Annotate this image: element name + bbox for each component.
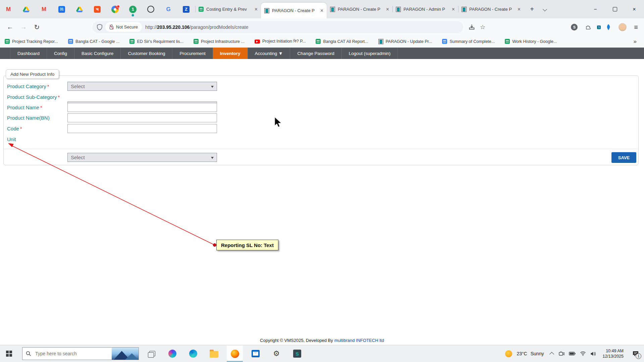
bookmark-summary-complete[interactable]: Summary of Complete... [442,39,495,44]
code-input[interactable] [67,124,217,133]
weather-widget[interactable]: 23°CSunny [517,351,544,356]
address-bar[interactable]: Not Secure http://203.95.220.106/paragon… [93,21,463,33]
tab-paragon-create-3[interactable]: PARAGON - Create P × [458,0,524,18]
tab-title: Costing Entry & Prev [206,7,253,12]
meet-now-camera-icon[interactable] [558,351,565,356]
save-button[interactable]: SAVE [611,152,636,163]
nav-accounting[interactable]: Accounting ▼ [248,48,290,59]
label-text: Code [7,126,19,131]
form-row-product-name-bn: Product Name(BN) [7,113,67,122]
forward-button[interactable]: → [17,21,30,33]
tab-costing-entry[interactable]: Costing Entry & Prev × [195,0,261,18]
field-label: Product Name(BN) [7,115,67,121]
taskbar-edge[interactable] [185,346,201,362]
nav-config[interactable]: Config [47,48,74,59]
taskbar-clock[interactable]: 10:49 AM12/13/2025 [602,348,624,359]
product-name-bn-input[interactable] [67,113,217,122]
close-icon[interactable]: × [452,7,455,12]
photos-pinwheel-icon [111,6,119,13]
taskbar-s-app[interactable]: S [289,346,305,362]
pinned-tab-drive-2[interactable] [75,5,84,14]
firefox-icon [231,350,239,358]
close-icon[interactable]: × [518,7,521,12]
taskbar-copilot[interactable] [164,346,180,362]
product-category-select[interactable]: Select [67,82,217,91]
pinned-tab-photos[interactable] [111,5,119,14]
bookmark-star-icon[interactable]: ☆ [480,24,485,30]
bookmark-bangla-cat-all[interactable]: Bangla CAT All Report... [316,39,368,44]
tracking-shield-icon[interactable] [97,24,103,31]
taskbar-outlook[interactable] [248,346,264,362]
bookmark-project-tracking[interactable]: Project Tracking Repor... [5,39,58,44]
label-text: Product Category [7,83,46,89]
pinned-tab-gmail-2[interactable]: M [40,5,48,14]
new-tab-button[interactable]: + [527,5,537,13]
nav-change-password[interactable]: Change Password [290,48,341,59]
taskbar-file-explorer[interactable] [206,346,222,362]
bookmark-bangla-cat[interactable]: Bangla CAT - Google ... [68,39,120,44]
wifi-icon[interactable] [580,351,586,356]
profile-avatar[interactable] [619,23,627,31]
pinned-tab-zotero[interactable]: Z [182,5,191,14]
close-icon[interactable]: × [386,7,389,12]
minimize-button[interactable]: − [586,0,605,18]
footer-link[interactable]: multibrand INFOTECH ltd [334,338,384,343]
pinned-tab-drive[interactable] [22,5,31,14]
tray-expand-chevron-icon[interactable] [549,352,554,357]
save-page-icon[interactable] [469,24,475,30]
reload-button[interactable]: ↻ [30,21,44,33]
taskbar-apps: ⚙ S [164,346,305,362]
taskbar-search[interactable] [22,347,139,360]
tab-list-chevron-icon[interactable] [543,8,547,11]
task-view-button[interactable] [144,345,160,362]
nav-procurement[interactable]: Procurement [172,48,213,59]
tab-paragon-admin[interactable]: PARAGON - Admin P × [392,0,458,18]
search-highlight-image[interactable] [112,348,139,360]
volume-icon[interactable] [590,351,597,356]
maximize-button[interactable] [605,0,625,18]
taskbar-settings[interactable]: ⚙ [268,346,284,362]
back-button[interactable]: ← [3,21,17,33]
taskbar-firefox[interactable] [227,346,243,362]
extension-puzzle-icon[interactable] [585,24,591,30]
product-name-input[interactable] [67,103,217,112]
nav-basic-configure[interactable]: Basic Configure [74,48,121,59]
close-window-button[interactable]: × [625,0,644,18]
bookmarks-overflow-chevron[interactable]: » [634,38,639,45]
pinned-tab-bangla-app[interactable]: অ [93,5,102,14]
close-icon[interactable]: × [320,8,323,13]
pinned-tab-calendar[interactable]: 31 [57,5,66,14]
bookmark-project-infrastructure[interactable]: Project Infrastructure ... [194,39,245,44]
battery-icon[interactable] [569,352,576,356]
extension-s-icon[interactable]: S [571,24,578,31]
pinned-tab-google[interactable]: G [164,5,173,14]
sheets-icon [129,39,135,44]
close-icon[interactable]: × [255,7,258,12]
nav-logout[interactable]: Logout (superadmin) [342,48,398,59]
weather-sun-icon[interactable] [505,350,512,357]
notification-center-button[interactable]: 1 [631,351,641,357]
nav-customer-booking[interactable]: Customer Booking [121,48,172,59]
field-label: Code* [7,126,67,131]
task-view-icon [149,351,155,356]
tab-paragon-create-2[interactable]: PARAGON - Create P × [327,0,392,18]
bookmark-work-history[interactable]: Work History - Google... [505,39,557,44]
menu-icon[interactable]: ≡ [634,24,638,31]
nav-inventory[interactable]: Inventory [213,48,248,59]
pinned-tab-chatgpt[interactable] [146,5,155,14]
start-button[interactable] [0,345,18,362]
chevron-down-icon [211,86,214,88]
bookmark-project-initiation[interactable]: Project Initiation কি? P... [255,39,306,44]
search-input[interactable] [35,351,112,357]
blue-quill-icon[interactable] [606,24,611,31]
not-secure-chip[interactable]: Not Secure [105,22,142,32]
nav-dashboard[interactable]: Dashboard [10,48,47,59]
select-value: Select [71,155,85,160]
pinned-tab-green-one[interactable]: 1 [128,5,137,14]
pinned-tab-gmail[interactable]: M [4,5,13,14]
tab-paragon-create-active[interactable]: PARAGON - Create P × [261,3,327,18]
bookmark-paragon-update[interactable]: PARAGON - Update Pr... [378,39,432,44]
unit-select[interactable]: Select [67,153,217,162]
bookmark-ed-sir-requirement[interactable]: ED Sir's Requirment lis... [129,39,183,44]
gmail-icon: M [6,6,11,13]
